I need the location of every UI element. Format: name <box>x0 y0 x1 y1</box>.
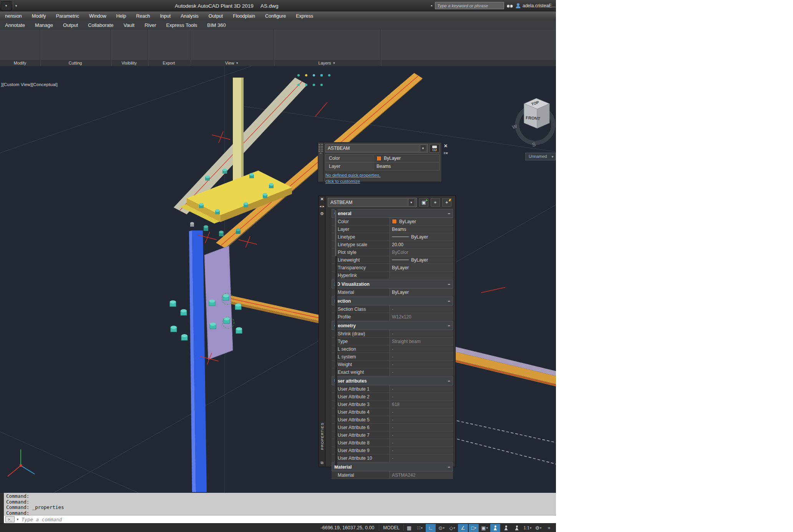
object-snap-3d[interactable]: ▣▾ <box>479 524 489 532</box>
properties-autohide-icon[interactable]: ◄► <box>319 205 325 208</box>
panel-label-view[interactable]: View▼ <box>190 60 274 66</box>
ribbon-tab[interactable]: Annotate <box>0 22 30 28</box>
property-value[interactable]: - <box>390 416 453 423</box>
ribbon-tab[interactable]: Collaborate <box>83 22 119 28</box>
property-value[interactable]: - <box>390 454 453 462</box>
property-value[interactable]: - <box>390 345 453 353</box>
property-value[interactable]: - <box>390 330 453 337</box>
property-value[interactable]: - <box>390 385 453 393</box>
collapse-icon[interactable]: − <box>448 323 450 328</box>
properties-dock-icon[interactable]: ⧉ <box>320 461 323 465</box>
qp-value[interactable]: Beams <box>374 162 439 170</box>
panel-label-layers[interactable]: Layers▼ <box>274 60 380 66</box>
section-header[interactable]: User attributes− <box>332 376 453 385</box>
section-header[interactable]: 3D Visualization− <box>332 280 453 288</box>
property-value[interactable]: - <box>390 431 453 439</box>
signed-in-user[interactable]: adela.cristeaE... <box>516 3 556 8</box>
collapse-icon[interactable]: − <box>448 378 450 384</box>
ortho-mode[interactable]: ∟ <box>426 524 436 532</box>
property-value[interactable]: - <box>390 439 453 446</box>
qp-object-type-dropdown[interactable]: ASTBEAM ▼ <box>325 144 428 152</box>
object-snap[interactable]: □▾ <box>469 524 479 532</box>
properties-scrollbar[interactable] <box>335 209 338 466</box>
ribbon-tab[interactable]: Output <box>58 22 83 28</box>
command-history[interactable]: Command:Command:Command: _propertiesComm… <box>4 493 556 515</box>
command-recent-dropdown-icon[interactable]: ▼ <box>16 518 19 521</box>
annotation-visibility[interactable] <box>490 524 500 532</box>
qp-value[interactable]: ByLayer <box>374 154 439 162</box>
viewcube[interactable]: TOP FRONT W S <box>511 98 553 148</box>
quick-access-overflow[interactable]: ▾ <box>13 2 19 9</box>
crosshair-plus[interactable]: + <box>544 524 554 532</box>
property-value[interactable]: ByLayer <box>390 264 453 271</box>
ribbon-tab[interactable]: BIM 360 <box>202 22 231 28</box>
collapse-icon[interactable]: − <box>448 464 450 470</box>
property-value[interactable]: Straight beam <box>390 338 453 345</box>
collapse-icon[interactable]: − <box>448 211 450 216</box>
qp-options-icon[interactable]: ≡▾ <box>444 151 448 155</box>
menu-item[interactable]: Configure <box>260 13 291 19</box>
section-header[interactable]: Geometry− <box>332 321 453 330</box>
property-value[interactable]: - <box>390 305 453 313</box>
menu-item[interactable]: Modify <box>27 13 51 19</box>
annotation-autoscale[interactable] <box>501 524 511 532</box>
property-value[interactable]: - <box>390 361 453 368</box>
bolt-cluster-left[interactable] <box>170 300 187 340</box>
annotation-scale[interactable] <box>512 524 522 532</box>
model-space-button[interactable]: MODEL <box>379 525 404 531</box>
search-expand-icon[interactable]: ▸ <box>431 4 433 7</box>
qp-customize-link[interactable]: No defined quick properties, click to cu… <box>325 172 440 184</box>
ribbon-tab[interactable]: River <box>139 22 161 28</box>
collapse-icon[interactable]: − <box>448 282 450 287</box>
properties-close-icon[interactable]: ✕ <box>320 197 324 202</box>
quick-properties-grip[interactable]: •• •• •• •• •• •• •• •• •• •• •• <box>318 142 324 182</box>
toggle-pickadd-button[interactable]: ▣+ <box>419 198 428 207</box>
menu-item[interactable]: Window <box>84 13 111 19</box>
property-value[interactable]: - <box>390 368 453 376</box>
qp-close-icon[interactable]: ✕ <box>444 143 448 149</box>
section-header[interactable]: General− <box>332 209 453 218</box>
object-type-dropdown[interactable]: ASTBEAM ▼ <box>328 198 417 207</box>
property-value[interactable]: ByLayer <box>390 256 453 264</box>
customization[interactable]: ⚙▾ <box>533 524 543 532</box>
property-value[interactable]: - <box>390 424 453 431</box>
panel-label-cutting[interactable]: Cutting <box>40 60 111 66</box>
property-value[interactable]: ByLayer <box>390 218 453 225</box>
scale-1-1[interactable]: 1:1▾ <box>523 524 533 532</box>
collapse-icon[interactable]: − <box>448 298 450 304</box>
search-binoculars-icon[interactable] <box>506 3 513 8</box>
ribbon-tab[interactable]: Manage <box>30 22 58 28</box>
ribbon-tab[interactable]: Vault <box>119 22 140 28</box>
property-value[interactable]: ByLayer <box>390 288 453 296</box>
command-input[interactable] <box>21 516 556 523</box>
panel-label-visibility[interactable]: Visibility <box>111 60 148 66</box>
search-input[interactable] <box>435 2 504 9</box>
panel-label-modify[interactable]: Modify <box>0 60 40 66</box>
named-view-selector[interactable]: Unnamed ▼ <box>526 153 556 160</box>
isometric-drafting[interactable]: ◇▾ <box>447 524 457 532</box>
property-value[interactable]: 618 <box>390 401 453 408</box>
ribbon-tab[interactable]: Express Tools <box>161 22 202 28</box>
qp-cui-button[interactable]: CUI <box>430 144 440 152</box>
property-value[interactable]: Beams <box>390 225 453 233</box>
drawing-viewport[interactable]: ][Custom View][Conceptual] <box>0 66 556 493</box>
property-value[interactable]: - <box>390 353 453 360</box>
property-value[interactable]: ByColor <box>390 249 453 256</box>
property-value[interactable]: - <box>390 393 453 400</box>
menu-item[interactable]: Help <box>111 13 131 19</box>
property-value[interactable]: W12x120 <box>390 313 453 320</box>
section-header[interactable]: Section− <box>332 297 453 305</box>
menu-item[interactable]: Input <box>155 13 176 19</box>
select-objects-button[interactable]: ⌖ <box>431 198 440 207</box>
property-value[interactable]: - <box>390 447 453 454</box>
connection-plate-purple[interactable] <box>204 246 233 360</box>
section-header[interactable]: Material− <box>332 462 453 471</box>
property-value[interactable] <box>390 272 453 279</box>
menu-item[interactable]: nension <box>0 13 27 19</box>
menu-item[interactable]: Analysis <box>176 13 204 19</box>
grid-display[interactable]: ▦ <box>404 524 414 532</box>
property-value[interactable]: - <box>390 408 453 416</box>
menu-item[interactable]: Floodplain <box>228 13 260 19</box>
menu-item[interactable]: Reach <box>131 13 155 19</box>
property-value[interactable]: 20.00 <box>390 241 453 248</box>
